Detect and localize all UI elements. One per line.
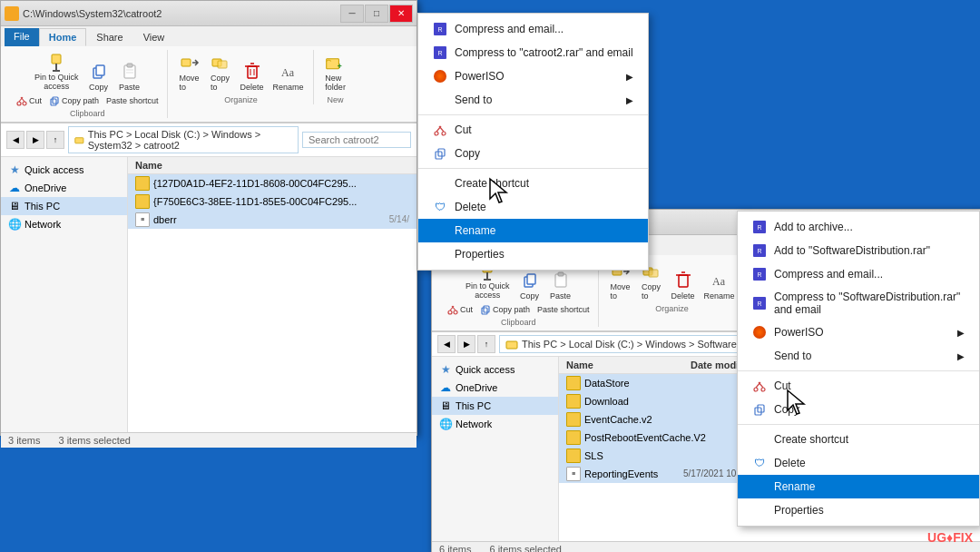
pc-icon-1: 🖥 xyxy=(8,200,21,212)
filename-postreboot: PostRebootEventCache.V2 xyxy=(584,432,706,443)
sidebar-item-this-pc-2[interactable]: 🖥 This PC xyxy=(432,397,558,415)
paste-shortcut-btn[interactable]: Paste shortcut xyxy=(103,94,162,107)
cloud-icon-1: ☁ xyxy=(8,182,21,194)
copy-to-btn-1[interactable]: Copyto xyxy=(206,50,235,94)
svg-text:Aa: Aa xyxy=(712,275,726,288)
svg-point-28 xyxy=(442,132,446,135)
ctx-item-cut-1[interactable]: Cut xyxy=(418,118,648,142)
back-btn-1[interactable]: ◀ xyxy=(6,131,24,149)
forward-btn-1[interactable]: ▶ xyxy=(26,131,44,149)
paste-btn-1[interactable]: Paste xyxy=(115,59,144,94)
ctx-item-compress-email-2[interactable]: R Compress and email... xyxy=(738,262,979,286)
breadcrumb-path-1[interactable]: This PC > Local Disk (C:) > Windows > Sy… xyxy=(68,126,299,153)
rar-icon-6: R xyxy=(752,296,767,310)
table-row[interactable]: ≡ dberr 5/14/ xyxy=(128,211,416,229)
ctx-label-delete-1: Delete xyxy=(455,201,486,213)
copy-path-btn-2[interactable]: Copy path xyxy=(477,303,533,316)
context-menu-1: R Compress and email... R Compress to "c… xyxy=(417,13,649,271)
paste-btn-2[interactable]: Paste xyxy=(546,268,575,302)
folder-icon-download xyxy=(566,394,581,409)
tab-view-1[interactable]: View xyxy=(133,28,175,46)
forward-btn-2[interactable]: ▶ xyxy=(457,335,475,353)
paste-shortcut-btn-2[interactable]: Paste shortcut xyxy=(534,303,593,316)
filename-1: {127D0A1D-4EF2-11D1-8608-00C04FC295... xyxy=(153,178,357,189)
pin-quick-access-btn[interactable]: Pin to Quickaccess xyxy=(31,50,83,94)
svg-rect-13 xyxy=(51,99,56,105)
ctx-item-create-shortcut-2[interactable]: Create shortcut xyxy=(738,428,979,451)
ctx-item-rename-1[interactable]: Rename xyxy=(418,219,648,242)
network-icon-2: 🌐 xyxy=(439,418,452,430)
svg-line-30 xyxy=(439,126,444,132)
sidebar-item-network-2[interactable]: 🌐 Network xyxy=(432,415,558,433)
ctx-item-create-shortcut-1[interactable]: Create shortcut xyxy=(418,172,648,195)
copy-icon-2 xyxy=(519,270,541,291)
ctx-item-add-archive[interactable]: R Add to archive... xyxy=(738,215,979,239)
up-btn-1[interactable]: ↑ xyxy=(46,131,64,149)
svg-rect-50 xyxy=(679,275,688,287)
cut-btn-2[interactable]: Cut xyxy=(445,303,475,316)
ctx-item-delete-2[interactable]: 🛡 Delete xyxy=(738,451,979,475)
file-list-header-1: Name xyxy=(128,157,416,174)
ctx-item-poweriso-2[interactable]: PowerISO ▶ xyxy=(738,320,979,344)
table-row[interactable]: {127D0A1D-4EF2-11D1-8608-00C04FC295... xyxy=(128,174,416,192)
delete-icon-2 xyxy=(672,270,694,291)
svg-rect-15 xyxy=(181,59,191,66)
cut-btn-1[interactable]: Cut xyxy=(14,94,44,107)
clipboard-small-btns-2: Cut Copy path Paste shortcut xyxy=(445,303,593,316)
copy-path-btn[interactable]: Copy path xyxy=(46,94,102,107)
ctx-item-send-to-1[interactable]: Send to ▶ xyxy=(418,88,648,112)
copy-btn-1[interactable]: Copy xyxy=(84,59,113,94)
ctx-item-copy-2[interactable]: Copy xyxy=(738,398,979,421)
watermark: UG♦FIX xyxy=(927,530,973,545)
copy-btn-2[interactable]: Copy xyxy=(515,268,544,302)
ctx-item-properties-2[interactable]: Properties xyxy=(738,498,979,522)
ctx-label-copy-2: Copy xyxy=(774,403,799,416)
delete-btn-2[interactable]: Delete xyxy=(668,268,699,302)
sidebar-label-pc-2: This PC xyxy=(456,400,491,411)
ctx-item-rename-2[interactable]: Rename xyxy=(738,475,979,498)
tab-share-1[interactable]: Share xyxy=(86,28,132,46)
sidebar-item-quick-access-2[interactable]: ★ Quick access xyxy=(432,360,558,379)
sidebar-item-quick-access-1[interactable]: ★ Quick access xyxy=(1,161,127,179)
rename-btn-1[interactable]: Aa Rename xyxy=(270,59,308,94)
ctx-item-send-to-2[interactable]: Send to ▶ xyxy=(738,344,979,368)
move-to-btn-1[interactable]: Moveto xyxy=(175,50,204,94)
svg-rect-46 xyxy=(484,306,489,312)
tab-file-1[interactable]: File xyxy=(5,28,39,46)
delete-btn-1[interactable]: Delete xyxy=(237,59,268,94)
shortcut-icon-2 xyxy=(752,432,767,447)
file-icon-reporting: ≡ xyxy=(566,467,581,481)
ctx-item-properties-1[interactable]: Properties xyxy=(418,242,648,266)
up-btn-2[interactable]: ↑ xyxy=(477,335,495,353)
new-folder-btn-1[interactable]: + Newfolder xyxy=(321,50,350,94)
ctx-item-compress-catroot[interactable]: R Compress to "catroot2.rar" and email xyxy=(418,41,648,64)
copy-to-icon xyxy=(210,52,231,74)
table-row[interactable]: {F750E6C3-38EE-11D1-85E5-00C04FC295... xyxy=(128,192,416,211)
sidebar-item-onedrive-2[interactable]: ☁ OneDrive xyxy=(432,379,558,397)
minimize-button-1[interactable]: ─ xyxy=(340,5,364,23)
svg-point-42 xyxy=(454,310,457,314)
ctx-item-copy-1[interactable]: Copy xyxy=(418,142,648,165)
ctx-item-compress-email[interactable]: R Compress and email... xyxy=(418,17,648,41)
sidebar-item-this-pc-1[interactable]: 🖥 This PC xyxy=(1,197,127,215)
maximize-button-1[interactable]: □ xyxy=(365,5,388,23)
ctx-label-rename-2: Rename xyxy=(774,480,815,493)
rename-btn-2[interactable]: Aa Rename xyxy=(701,268,739,302)
close-button-1[interactable]: ✕ xyxy=(389,5,413,23)
ctx-item-add-softdist[interactable]: R Add to "SoftwareDistribution.rar" xyxy=(738,239,979,262)
status-bar-1: 3 items 3 items selected xyxy=(1,432,416,448)
move-to-icon xyxy=(179,52,201,74)
ctx-item-delete-1[interactable]: 🛡 Delete xyxy=(418,195,648,219)
ctx-item-poweriso-1[interactable]: PowerISO ▶ xyxy=(418,64,648,88)
back-btn-2[interactable]: ◀ xyxy=(437,335,456,353)
send-to-icon-2 xyxy=(752,349,767,363)
ribbon-1: File Home Share View Pin to Quickaccess xyxy=(1,26,416,123)
search-input-1[interactable] xyxy=(302,132,411,148)
ctx-item-cut-2[interactable]: Cut xyxy=(738,374,979,398)
svg-rect-49 xyxy=(649,270,658,277)
ctx-item-compress-softdist[interactable]: R Compress to "SoftwareDistribution.rar"… xyxy=(738,286,979,320)
sidebar-item-onedrive-1[interactable]: ☁ OneDrive xyxy=(1,179,127,197)
filename-eventcache: EventCache.v2 xyxy=(584,414,652,425)
tab-home-1[interactable]: Home xyxy=(39,28,87,46)
sidebar-item-network-1[interactable]: 🌐 Network xyxy=(1,215,127,233)
